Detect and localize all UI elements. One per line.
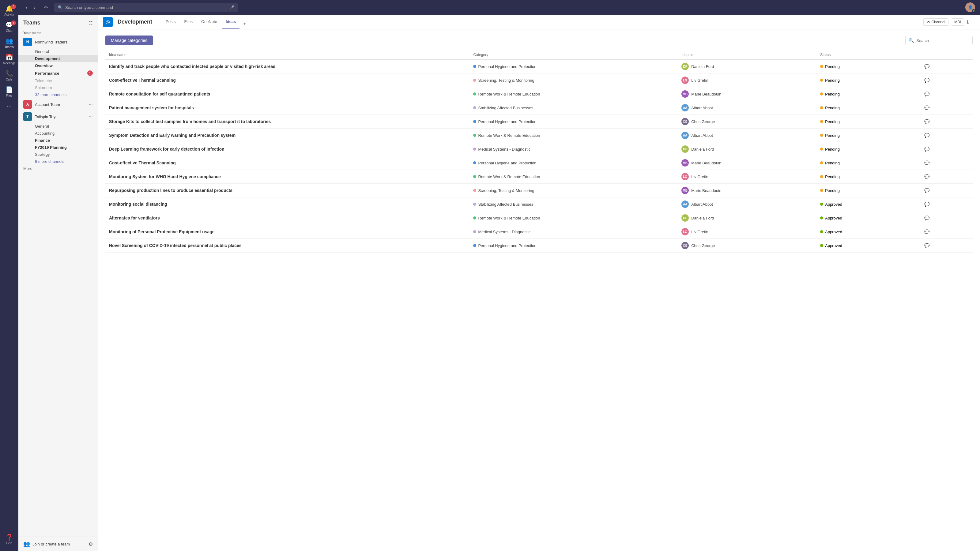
- comment-icon[interactable]: 💬: [924, 64, 929, 69]
- channel-performance[interactable]: Performance 1: [18, 69, 98, 77]
- nav-label-calls: Calls: [6, 78, 13, 81]
- channel-shiproom[interactable]: Shiproom: [18, 84, 98, 91]
- comment-icon[interactable]: 💬: [924, 202, 929, 206]
- category-dot: [473, 148, 476, 151]
- nav-item-chat[interactable]: 💬 Chat 1: [0, 19, 18, 35]
- team-item-account[interactable]: A Account Team ···: [18, 98, 98, 111]
- ideator-cell: DF Daniela Ford: [678, 142, 816, 156]
- new-chat-button[interactable]: ✏: [41, 3, 51, 12]
- channel-more-northwind[interactable]: 32 more channels: [18, 91, 98, 98]
- ideator-name: Daniela Ford: [691, 64, 714, 69]
- comment-icon[interactable]: 💬: [924, 160, 929, 165]
- ideator-avatar: AA: [681, 132, 689, 139]
- ideator-cell: MB Marie Beaudouin: [678, 156, 816, 170]
- comment-icon[interactable]: 💬: [924, 92, 929, 97]
- search-input[interactable]: [65, 5, 227, 10]
- comment-icon[interactable]: 💬: [924, 119, 929, 124]
- status-text: Approved: [825, 216, 842, 221]
- team-more-account[interactable]: ···: [89, 102, 93, 107]
- join-create-team[interactable]: 👥 Join or create a team: [23, 541, 70, 547]
- tab-onenote[interactable]: OneNote: [197, 15, 221, 29]
- channel-fy2019[interactable]: FY2019 Planning: [18, 144, 98, 151]
- idea-name-cell: Novel Screening of COVID-19 infected per…: [105, 239, 469, 252]
- nav-item-more[interactable]: ···: [0, 100, 18, 112]
- col-category: Category: [469, 50, 678, 60]
- nav-item-files[interactable]: 📄 Files: [0, 84, 18, 100]
- status-text: Pending: [825, 175, 840, 179]
- mbi-button[interactable]: MBI: [951, 18, 964, 26]
- status-cell: Approved: [816, 239, 921, 252]
- ideator-cell: DF Daniela Ford: [678, 60, 816, 73]
- back-button[interactable]: ‹: [23, 3, 30, 12]
- comment-icon[interactable]: 💬: [924, 216, 929, 221]
- filter-icon[interactable]: ☷: [89, 21, 93, 25]
- team-item-tailspin[interactable]: T Tailspin Toys ···: [18, 111, 98, 123]
- category-cell: Personal Hygiene and Protection: [469, 115, 678, 129]
- channel-telemetry[interactable]: Telemetry: [18, 77, 98, 84]
- ideas-search-input[interactable]: [916, 38, 969, 43]
- status-text: Pending: [825, 188, 840, 193]
- nav-item-activity[interactable]: 🔔 Activity 2: [0, 2, 18, 19]
- nav-item-teams[interactable]: 👥 Teams: [0, 35, 18, 51]
- tab-ideas[interactable]: Ideas: [222, 15, 240, 29]
- channel-strategy[interactable]: Strategy: [18, 151, 98, 158]
- ideator-cell: AA Albart Abbot: [678, 197, 816, 211]
- status-dot: [820, 120, 823, 123]
- team-more-tailspin[interactable]: ···: [89, 114, 93, 119]
- channel-button[interactable]: 👁 Channel: [923, 18, 949, 26]
- comment-icon[interactable]: 💬: [924, 147, 929, 151]
- comment-cell: 💬: [921, 239, 973, 252]
- more-channel-icon[interactable]: ···: [971, 19, 975, 25]
- category-text: Remote Work & Remote Education: [478, 175, 540, 179]
- category-dot: [473, 65, 476, 68]
- user-avatar-container[interactable]: 👤: [965, 2, 975, 12]
- settings-icon[interactable]: ⚙: [89, 541, 93, 547]
- comment-cell: 💬: [921, 170, 973, 184]
- nav-item-calls[interactable]: 📞 Calls: [0, 67, 18, 84]
- channel-general-tailspin[interactable]: General: [18, 123, 98, 130]
- channel-more-tailspin[interactable]: 6 more channels: [18, 158, 98, 165]
- comment-icon[interactable]: 💬: [924, 105, 929, 110]
- channel-tabs: Posts Files OneNote Ideas +: [162, 15, 249, 29]
- tab-files[interactable]: Files: [181, 15, 196, 29]
- category-text: Remote Work & Remote Education: [478, 133, 540, 138]
- eye-icon: 👁: [927, 20, 931, 24]
- manage-categories-button[interactable]: Manage categories: [105, 35, 153, 45]
- category-dot: [473, 175, 476, 178]
- ideator-name: Albart Abbot: [691, 133, 713, 138]
- channel-finance[interactable]: Finance: [18, 137, 98, 144]
- channel-overview[interactable]: Overview: [18, 62, 98, 69]
- sidebar: Teams ☷ Your teams N Northwind Traders ·…: [18, 15, 98, 551]
- idea-name-cell: Cost-effective Thermal Scanning: [105, 156, 469, 170]
- status-text: Approved: [825, 230, 842, 234]
- comment-cell: 💬: [921, 184, 973, 197]
- comment-icon[interactable]: 💬: [924, 229, 929, 234]
- channel-accounting[interactable]: Accounting: [18, 130, 98, 137]
- category-cell: Medical Systems - Diagnostic: [469, 225, 678, 239]
- forward-button[interactable]: ›: [31, 3, 38, 12]
- ideator-avatar: DF: [681, 63, 689, 70]
- add-tab-button[interactable]: +: [241, 19, 248, 29]
- comment-icon[interactable]: 💬: [924, 133, 929, 138]
- channel-general-northwind[interactable]: General: [18, 48, 98, 55]
- info-icon[interactable]: ℹ: [967, 19, 969, 25]
- channel-development[interactable]: Development: [18, 55, 98, 62]
- nav-item-help[interactable]: ❓ Help: [5, 531, 13, 547]
- comment-cell: 💬: [921, 225, 973, 239]
- comment-icon[interactable]: 💬: [924, 174, 929, 179]
- team-item-northwind[interactable]: N Northwind Traders ···: [18, 36, 98, 48]
- tab-posts[interactable]: Posts: [162, 15, 180, 29]
- ideator-name: Albart Abbot: [691, 202, 713, 206]
- category-dot: [473, 244, 476, 247]
- comment-icon[interactable]: 💬: [924, 188, 929, 193]
- team-more-northwind[interactable]: ···: [89, 39, 93, 45]
- table-row: Monitoring of Personal Protective Equipm…: [105, 225, 973, 239]
- comment-icon[interactable]: 💬: [924, 243, 929, 248]
- ideator-name: Marie Beaudouin: [691, 188, 721, 193]
- status-cell: Approved: [816, 225, 921, 239]
- comment-icon[interactable]: 💬: [924, 78, 929, 83]
- more-button[interactable]: More: [18, 165, 98, 172]
- nav-item-meetings[interactable]: 📅 Meetings: [0, 51, 18, 67]
- category-dot: [473, 134, 476, 137]
- ideas-table-body: Identify and track people who contacted …: [105, 60, 973, 252]
